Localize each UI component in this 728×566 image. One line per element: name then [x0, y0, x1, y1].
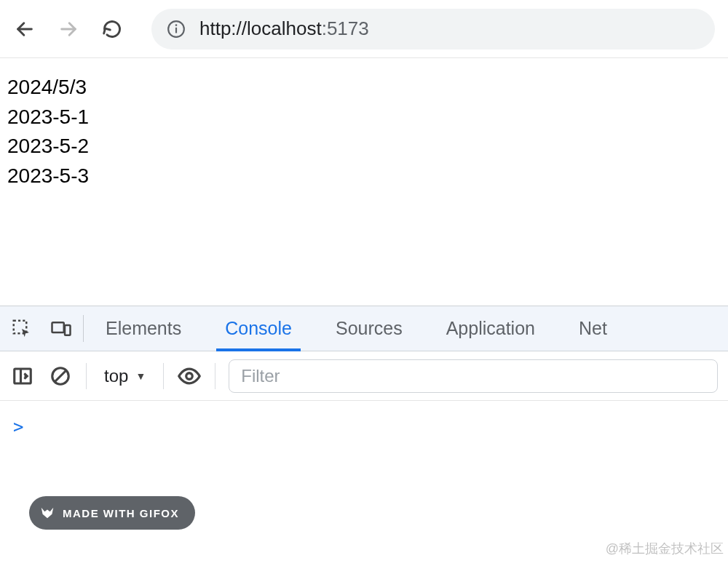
tab-label: Application [446, 318, 535, 339]
tab-sources[interactable]: Sources [314, 306, 424, 351]
tab-label: Sources [336, 318, 403, 339]
url-text: http://localhost:5173 [199, 17, 369, 40]
toggle-sidebar-button[interactable] [10, 364, 35, 388]
clear-icon [50, 365, 71, 387]
separator [163, 363, 164, 389]
forward-button[interactable] [57, 17, 80, 41]
devtools-tabbar: Elements Console Sources Application Net [0, 306, 728, 351]
back-button[interactable] [13, 17, 36, 41]
tab-application[interactable]: Application [424, 306, 557, 351]
date-line: 2023-5-1 [7, 103, 721, 132]
tab-label: Net [579, 318, 607, 339]
fox-icon [39, 505, 55, 521]
eye-icon [177, 364, 202, 388]
browser-toolbar: http://localhost:5173 [0, 0, 728, 58]
tab-label: Elements [106, 318, 181, 339]
tab-console[interactable]: Console [203, 306, 314, 351]
inspect-icon [11, 318, 33, 340]
url-port: :5173 [322, 17, 369, 40]
sidebar-icon [12, 365, 33, 387]
tab-elements[interactable]: Elements [84, 306, 203, 351]
gifox-label: MADE WITH GIFOX [63, 507, 179, 519]
svg-line-11 [55, 370, 66, 381]
svg-rect-6 [52, 322, 64, 332]
live-expression-button[interactable] [177, 364, 202, 388]
arrow-right-icon [58, 19, 79, 39]
devtools-panel: Elements Console Sources Application Net… [0, 306, 728, 453]
date-line: 2023-5-3 [7, 162, 721, 191]
context-label: top [104, 366, 128, 386]
info-icon [167, 20, 186, 39]
page-content: 2024/5/3 2023-5-1 2023-5-2 2023-5-3 [0, 58, 728, 306]
clear-console-button[interactable] [48, 364, 73, 388]
svg-point-12 [186, 372, 193, 379]
console-filter-input[interactable] [229, 359, 718, 393]
device-toggle-button[interactable] [50, 317, 73, 340]
console-toolbar: top ▼ [0, 351, 728, 401]
execution-context-dropdown[interactable]: top ▼ [100, 366, 150, 386]
arrow-left-icon [15, 19, 35, 39]
gifox-badge: MADE WITH GIFOX [29, 496, 195, 530]
devtools-left-icons [0, 306, 83, 351]
separator [215, 363, 215, 389]
date-line: 2024/5/3 [7, 73, 721, 103]
date-line: 2023-5-2 [7, 132, 721, 162]
address-bar[interactable]: http://localhost:5173 [151, 9, 715, 49]
reload-button[interactable] [100, 17, 124, 41]
separator [86, 363, 87, 389]
reload-icon [102, 19, 122, 39]
console-body[interactable]: > [0, 401, 728, 453]
tab-label: Console [225, 318, 292, 339]
site-info-button[interactable] [166, 19, 186, 39]
chevron-down-icon: ▼ [135, 370, 146, 382]
svg-rect-7 [65, 325, 71, 335]
device-icon [50, 318, 72, 340]
svg-point-4 [175, 24, 178, 26]
tab-network[interactable]: Net [557, 306, 629, 351]
watermark: @稀土掘金技术社区 [606, 540, 724, 557]
inspect-element-button[interactable] [10, 317, 33, 340]
console-prompt: > [13, 417, 23, 437]
url-host: http://localhost [199, 17, 322, 40]
